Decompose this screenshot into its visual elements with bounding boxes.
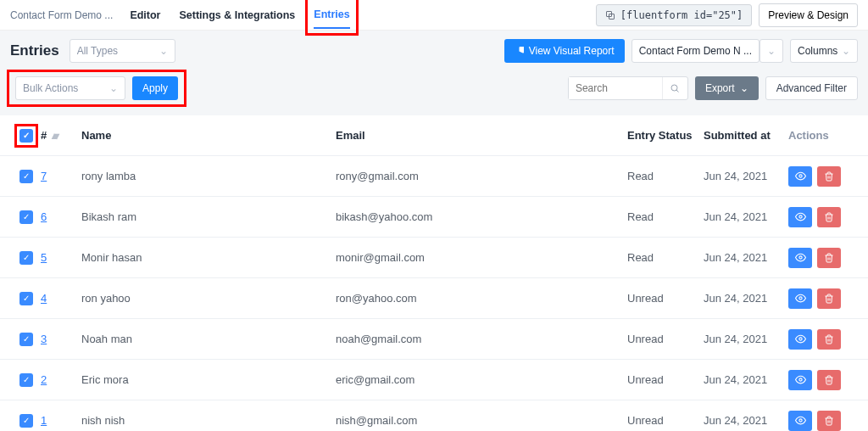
form-select-label: Contact Form Demo N ... [639, 45, 752, 57]
row-checkbox[interactable]: ✓ [19, 251, 33, 265]
entry-name: rony lamba [81, 170, 336, 182]
entry-name: Noah man [81, 333, 336, 345]
select-all-checkbox[interactable]: ✓ [19, 129, 33, 143]
table-row: ✓6Bikash rambikash@yahoo.comReadJun 24, … [0, 197, 868, 238]
entry-email: monir@gmail.com [336, 251, 627, 264]
delete-entry-button[interactable] [817, 248, 841, 268]
view-entry-button[interactable] [788, 329, 812, 350]
entry-id-link[interactable]: 6 [41, 210, 47, 223]
view-visual-report-button[interactable]: View Visual Report [504, 39, 625, 63]
delete-entry-button[interactable] [817, 166, 841, 187]
table-row: ✓4ron yahooron@yahoo.comUnreadJun 24, 20… [0, 278, 868, 319]
form-select-caret[interactable]: ⌄ [760, 39, 783, 63]
copy-icon [605, 10, 615, 20]
row-checkbox[interactable]: ✓ [19, 333, 33, 346]
delete-entry-button[interactable] [817, 370, 841, 390]
tab-settings[interactable]: Settings & Integrations [179, 3, 295, 28]
row-checkbox[interactable]: ✓ [19, 170, 33, 183]
delete-entry-button[interactable] [817, 288, 841, 309]
svg-line-3 [676, 90, 679, 92]
row-checkbox[interactable]: ✓ [19, 210, 33, 224]
entry-status: Unread [627, 373, 704, 386]
bulk-action-placeholder: Bulk Actions [23, 82, 78, 94]
chevron-down-icon: ⌄ [109, 82, 118, 94]
entry-submitted: Jun 24, 2021 [704, 251, 788, 264]
search-input[interactable] [569, 77, 662, 99]
table-row: ✓5Monir hasanmonir@gmail.comReadJun 24, … [0, 238, 868, 278]
entry-submitted: Jun 24, 2021 [704, 170, 788, 182]
shortcode-text: [fluentform id="25"] [620, 9, 743, 21]
bulk-action-select[interactable]: Bulk Actions ⌄ [15, 76, 125, 100]
tab-entries[interactable]: Entries [314, 2, 349, 29]
export-button[interactable]: Export ⌄ [695, 76, 759, 100]
entry-submitted: Jun 24, 2021 [704, 292, 788, 305]
shortcode-pill[interactable]: [fluentform id="25"] [596, 4, 753, 26]
view-entry-button[interactable] [788, 248, 812, 268]
row-checkbox[interactable]: ✓ [19, 414, 33, 428]
entry-name: Bikash ram [81, 210, 336, 223]
page-title: Entries [10, 42, 59, 59]
svg-point-10 [798, 419, 801, 422]
entry-id-link[interactable]: 3 [41, 333, 47, 345]
col-status-header: Entry Status [627, 129, 704, 142]
table-header: ✓ #▴▾ Name Email Entry Status Submitted … [0, 115, 868, 156]
entry-email: bikash@yahoo.com [336, 210, 627, 223]
col-submitted-header: Submitted at [704, 129, 788, 142]
entry-submitted: Jun 24, 2021 [704, 210, 788, 223]
export-label: Export [705, 82, 735, 94]
search-box [568, 76, 688, 100]
view-entry-button[interactable] [788, 370, 812, 390]
delete-entry-button[interactable] [817, 329, 841, 350]
entry-submitted: Jun 24, 2021 [704, 414, 788, 427]
delete-entry-button[interactable] [817, 207, 841, 227]
entry-name: Monir hasan [81, 251, 336, 264]
breadcrumb: Contact Form Demo ... [10, 9, 113, 21]
row-checkbox[interactable]: ✓ [19, 373, 33, 387]
entry-name: ron yahoo [81, 292, 336, 305]
tab-editor[interactable]: Editor [130, 3, 160, 28]
chevron-down-icon: ⌄ [842, 45, 850, 57]
type-filter-label: All Types [77, 45, 118, 57]
svg-point-8 [798, 338, 801, 340]
view-entry-button[interactable] [788, 207, 812, 227]
apply-button[interactable]: Apply [132, 76, 178, 100]
select-all-wrapper: ✓ [19, 129, 33, 143]
entry-id-link[interactable]: 4 [41, 292, 47, 305]
advanced-filter-button[interactable]: Advanced Filter [765, 76, 858, 100]
view-report-label: View Visual Report [529, 45, 615, 57]
entry-id-link[interactable]: 7 [41, 170, 47, 182]
entry-id-link[interactable]: 5 [41, 251, 47, 264]
col-index-header[interactable]: #▴▾ [41, 129, 81, 142]
svg-point-9 [798, 378, 801, 381]
svg-point-2 [671, 85, 677, 91]
view-entry-button[interactable] [788, 166, 812, 187]
bulk-actions-group: Bulk Actions ⌄ Apply [10, 71, 183, 105]
type-filter-select[interactable]: All Types ⌄ [70, 39, 175, 63]
col-email-header: Email [336, 129, 627, 142]
search-icon[interactable] [662, 77, 687, 99]
entry-email: rony@gmail.com [336, 170, 627, 182]
entry-status: Unread [627, 333, 704, 345]
svg-point-4 [798, 175, 801, 177]
entry-status: Unread [627, 292, 704, 305]
form-select[interactable]: Contact Form Demo N ... [632, 39, 760, 63]
table-row: ✓1nish nishnish@gmail.comUnreadJun 24, 2… [0, 400, 868, 431]
entry-id-link[interactable]: 1 [41, 414, 47, 427]
preview-design-button[interactable]: Preview & Design [759, 3, 858, 27]
svg-point-6 [798, 256, 801, 259]
entry-status: Read [627, 251, 704, 264]
table-row: ✓2Eric moraeric@gmail.comUnreadJun 24, 2… [0, 360, 868, 400]
columns-select[interactable]: Columns ⌄ [790, 39, 858, 63]
entry-status: Unread [627, 414, 704, 427]
entry-status: Read [627, 210, 704, 223]
row-checkbox[interactable]: ✓ [19, 292, 33, 305]
delete-entry-button[interactable] [817, 411, 841, 431]
top-nav: Contact Form Demo ... Editor Settings & … [0, 0, 868, 31]
view-entry-button[interactable] [788, 411, 812, 431]
entry-name: Eric mora [81, 373, 336, 386]
view-entry-button[interactable] [788, 288, 812, 309]
entry-id-link[interactable]: 2 [41, 373, 47, 386]
table-row: ✓3Noah mannoah@gmail.comUnreadJun 24, 20… [0, 319, 868, 360]
col-name-header: Name [81, 129, 336, 142]
entry-submitted: Jun 24, 2021 [704, 333, 788, 345]
